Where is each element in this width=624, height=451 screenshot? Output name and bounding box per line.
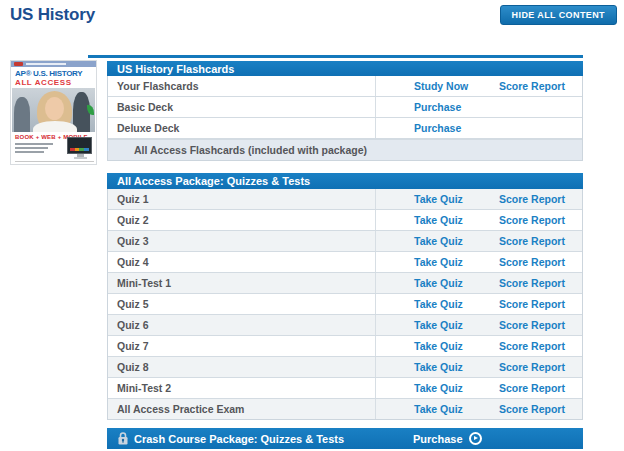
table-row: Mini-Test 1Take QuizScore Report: [108, 273, 582, 294]
publisher-logo: [14, 62, 23, 66]
action-cell: Score Report: [498, 80, 582, 92]
score-report-link[interactable]: Score Report: [499, 403, 565, 415]
all-access-flashcards-row: All Access Flashcards (included with pac…: [108, 139, 582, 160]
action-cell: Take Quiz: [376, 403, 498, 415]
action-cell: Take Quiz: [376, 256, 498, 268]
row-label: Your Flashcards: [108, 76, 376, 96]
action-cell: Score Report: [498, 298, 582, 310]
table-row: Quiz 6Take QuizScore Report: [108, 315, 582, 336]
row-label: Quiz 3: [108, 231, 376, 251]
lock-icon: [118, 432, 128, 445]
flashcards-table-body: Your FlashcardsStudy NowScore ReportBasi…: [107, 76, 583, 161]
score-report-link[interactable]: Score Report: [499, 80, 565, 92]
crash-course-label: Crash Course Package: Quizzes & Tests: [134, 433, 344, 445]
action-cell: Score Report: [498, 319, 582, 331]
score-report-link[interactable]: Score Report: [499, 361, 565, 373]
score-report-link[interactable]: Score Report: [499, 214, 565, 226]
row-label: Quiz 6: [108, 315, 376, 335]
score-report-link[interactable]: Score Report: [499, 256, 565, 268]
take-quiz-link[interactable]: Take Quiz: [414, 319, 463, 331]
book-cover: AP® U.S. HISTORY ALL ACCESS BOOK + WEB +…: [10, 60, 97, 165]
purchase-link[interactable]: Purchase: [414, 101, 461, 113]
flashcards-panel: US History Flashcards Your FlashcardsStu…: [107, 61, 583, 161]
row-label: Quiz 2: [108, 210, 376, 230]
score-report-link[interactable]: Score Report: [499, 193, 565, 205]
banner-text-bar: [26, 63, 66, 65]
table-row: Quiz 1Take QuizScore Report: [108, 189, 582, 210]
row-label: Deluxe Deck: [108, 118, 376, 138]
cover-text-line: [15, 151, 44, 153]
action-cell: Purchase: [376, 101, 498, 113]
action-cell: Take Quiz: [376, 214, 498, 226]
page-title: US History: [10, 5, 95, 25]
monitor-screen-bar: [70, 148, 89, 151]
hide-all-content-button[interactable]: HIDE ALL CONTENT: [500, 5, 617, 25]
action-cell: Score Report: [498, 340, 582, 352]
flashcards-panel-header: US History Flashcards: [107, 61, 583, 76]
row-label: Basic Deck: [108, 97, 376, 117]
table-row: Quiz 7Take QuizScore Report: [108, 336, 582, 357]
action-cell: Take Quiz: [376, 298, 498, 310]
take-quiz-link[interactable]: Take Quiz: [414, 298, 463, 310]
score-report-link[interactable]: Score Report: [499, 277, 565, 289]
monitor-base: [74, 157, 87, 159]
crash-course-bar: Crash Course Package: Quizzes & Tests Pu…: [107, 428, 583, 449]
row-label: Quiz 1: [108, 189, 376, 209]
crash-course-purchase-label: Purchase: [413, 433, 463, 445]
take-quiz-link[interactable]: Take Quiz: [414, 361, 463, 373]
quizzes-table-body: Quiz 1Take QuizScore ReportQuiz 2Take Qu…: [107, 189, 583, 420]
score-report-link[interactable]: Score Report: [499, 340, 565, 352]
score-report-link[interactable]: Score Report: [499, 235, 565, 247]
action-cell: Take Quiz: [376, 235, 498, 247]
take-quiz-link[interactable]: Take Quiz: [414, 214, 463, 226]
action-cell: Study Now: [376, 80, 498, 92]
score-report-link[interactable]: Score Report: [499, 382, 565, 394]
take-quiz-link[interactable]: Take Quiz: [414, 235, 463, 247]
cover-text-line: [15, 143, 53, 145]
action-cell: Take Quiz: [376, 382, 498, 394]
action-cell: Take Quiz: [376, 193, 498, 205]
table-row: Quiz 5Take QuizScore Report: [108, 294, 582, 315]
action-cell: Score Report: [498, 382, 582, 394]
purchase-link[interactable]: Purchase: [414, 122, 461, 134]
take-quiz-link[interactable]: Take Quiz: [414, 340, 463, 352]
action-cell: Take Quiz: [376, 319, 498, 331]
take-quiz-link[interactable]: Take Quiz: [414, 193, 463, 205]
background-figure: [14, 97, 30, 132]
take-quiz-link[interactable]: Take Quiz: [414, 403, 463, 415]
action-cell: Take Quiz: [376, 361, 498, 373]
score-report-link[interactable]: Score Report: [499, 319, 565, 331]
row-label: Quiz 4: [108, 252, 376, 272]
row-label: Mini-Test 1: [108, 273, 376, 293]
table-row: Deluxe DeckPurchase: [108, 118, 582, 139]
action-cell: Score Report: [498, 403, 582, 415]
cover-divider-line: [15, 161, 94, 162]
action-cell: Score Report: [498, 277, 582, 289]
quizzes-panel-header: All Access Package: Quizzes & Tests: [107, 173, 583, 189]
cover-title: AP® U.S. HISTORY: [15, 69, 82, 78]
quizzes-panel: All Access Package: Quizzes & Tests Quiz…: [107, 173, 583, 420]
crash-course-purchase-link[interactable]: Purchase: [413, 432, 482, 445]
row-label: Quiz 7: [108, 336, 376, 356]
action-cell: Score Report: [498, 361, 582, 373]
action-cell: Purchase: [376, 122, 498, 134]
score-report-link[interactable]: Score Report: [499, 298, 565, 310]
action-cell: Score Report: [498, 193, 582, 205]
take-quiz-link[interactable]: Take Quiz: [414, 382, 463, 394]
row-label: All Access Practice Exam: [108, 399, 376, 419]
action-cell: Score Report: [498, 214, 582, 226]
table-row: Your FlashcardsStudy NowScore Report: [108, 76, 582, 97]
action-cell: Take Quiz: [376, 340, 498, 352]
action-cell: Take Quiz: [376, 277, 498, 289]
arrow-circle-icon: [469, 432, 482, 445]
monitor-graphic: [67, 137, 92, 154]
table-row: Quiz 4Take QuizScore Report: [108, 252, 582, 273]
study-now-link[interactable]: Study Now: [414, 80, 468, 92]
take-quiz-link[interactable]: Take Quiz: [414, 277, 463, 289]
action-cell: Score Report: [498, 235, 582, 247]
table-row: Quiz 2Take QuizScore Report: [108, 210, 582, 231]
table-row: Basic DeckPurchase: [108, 97, 582, 118]
action-cell: Score Report: [498, 256, 582, 268]
take-quiz-link[interactable]: Take Quiz: [414, 256, 463, 268]
student-shirt: [33, 121, 77, 132]
